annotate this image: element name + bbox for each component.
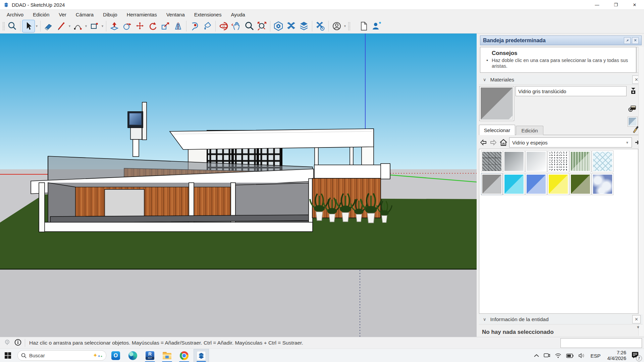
entity-info-header[interactable]: ∨ Información de la entidad ✕ xyxy=(479,314,643,324)
material-swatch-glass-yellow[interactable] xyxy=(547,173,569,195)
geolocation-icon[interactable] xyxy=(4,339,10,347)
tab-seleccionar[interactable]: Seleccionar xyxy=(479,125,515,135)
taskbar-app-chrome[interactable] xyxy=(176,349,192,362)
model-viewport[interactable] xyxy=(0,34,477,337)
arc-dropdown-arrow[interactable]: ▼ xyxy=(84,20,88,33)
material-swatch-mirror-sky[interactable] xyxy=(592,173,613,195)
collapse-chevron-icon[interactable]: ∨ xyxy=(483,317,486,322)
orbit-tool-button[interactable] xyxy=(217,20,230,33)
tray-header[interactable]: Bandeja predeterminada 📌︎ ✕ xyxy=(480,36,642,45)
material-swatch-ribbed-green[interactable] xyxy=(570,150,591,172)
materials-section-header[interactable]: ∨ Materiales ✕ xyxy=(479,75,643,85)
select-tool-button[interactable] xyxy=(22,20,35,33)
clock[interactable]: 7:26 4/4/2026 xyxy=(607,350,626,361)
menu-item-ayuda[interactable]: Ayuda xyxy=(226,11,250,18)
restore-button[interactable]: ❐ xyxy=(606,0,625,10)
new-file-tool-button[interactable] xyxy=(357,20,370,33)
language-indicator[interactable]: ESP xyxy=(591,353,601,359)
account-tool-button[interactable] xyxy=(330,20,343,33)
info-icon[interactable] xyxy=(14,339,21,347)
tray-close-icon[interactable]: ✕ xyxy=(632,37,639,44)
menu-item-ventana[interactable]: Ventana xyxy=(162,11,190,18)
warehouse-extension-tool-button[interactable] xyxy=(285,20,298,33)
taskbar-app-sketchup[interactable] xyxy=(194,349,209,362)
collection-dropdown[interactable]: Vidrio y espejos ▼ xyxy=(509,137,632,147)
toolbar-grip[interactable] xyxy=(2,22,5,31)
tab-edicion[interactable]: Edición xyxy=(516,126,543,135)
share-person-tool-button[interactable] xyxy=(370,20,383,33)
entity-info-close-icon[interactable]: ✕ xyxy=(632,315,641,323)
tape-measure-tool-button[interactable] xyxy=(188,20,201,33)
toolbar-grip[interactable] xyxy=(348,22,350,31)
menu-item-edicion[interactable]: Edición xyxy=(28,11,54,18)
arc-tool-button[interactable] xyxy=(71,20,84,33)
menu-item-extensiones[interactable]: Extensiones xyxy=(190,11,226,18)
warehouse-3d-tool-button[interactable] xyxy=(272,20,285,33)
zoom-tool-button[interactable] xyxy=(243,20,256,33)
menu-item-camara[interactable]: Cámara xyxy=(71,11,98,18)
taskbar-app-edge[interactable] xyxy=(125,349,141,362)
rectangle-tool-button[interactable] xyxy=(88,20,101,33)
measurements-input[interactable] xyxy=(560,338,642,348)
account-dropdown-arrow[interactable]: ▼ xyxy=(343,20,347,33)
tray-scrollbar[interactable] xyxy=(638,47,644,336)
material-name-input[interactable]: Vidrio gris translúcido xyxy=(516,86,627,96)
entity-info-empty-text: No hay nada seleccionado xyxy=(482,329,554,336)
move-tool-button[interactable] xyxy=(133,20,146,33)
search-input[interactable]: Buscar ✦✦✦ xyxy=(17,350,106,361)
menu-item-herramientas[interactable]: Herramientas xyxy=(122,11,162,18)
create-material-icon[interactable] xyxy=(628,103,637,112)
material-preview[interactable] xyxy=(479,86,514,121)
collapse-chevron-icon[interactable]: ∨ xyxy=(483,77,486,82)
start-button[interactable] xyxy=(0,349,15,362)
material-swatch-lattice-blue[interactable] xyxy=(592,150,613,172)
taskbar-app-outlook[interactable]: O xyxy=(108,349,123,362)
material-swatch-mirror-gray[interactable] xyxy=(503,150,525,172)
pin-icon[interactable]: 📌︎ xyxy=(624,37,631,44)
material-swatch-glass-gray-translucent[interactable] xyxy=(481,173,503,195)
taskbar-app-revit[interactable]: RRVT xyxy=(142,349,158,362)
chevron-down-icon[interactable]: ▼ xyxy=(636,325,640,329)
notification-center-icon[interactable]: 7 xyxy=(632,352,639,360)
menu-item-ver[interactable]: Ver xyxy=(54,11,71,18)
paint-bucket-tool-button[interactable] xyxy=(201,20,214,33)
menu-item-archivo[interactable]: Archivo xyxy=(2,11,28,18)
pencil-tool-button[interactable] xyxy=(55,20,68,33)
screen-cast-icon[interactable] xyxy=(544,353,550,358)
pan-tool-button[interactable] xyxy=(230,20,243,33)
sketchup-logo-icon xyxy=(3,2,9,8)
scale-tool-button[interactable] xyxy=(159,20,172,33)
styles-stack-tool-button[interactable] xyxy=(298,20,310,33)
material-swatch-glass-block-gray[interactable] xyxy=(481,150,503,172)
mirror-tool-button[interactable] xyxy=(172,20,184,33)
battery-icon[interactable] xyxy=(566,354,574,358)
material-swatch-glass-olive[interactable] xyxy=(570,173,591,195)
zoom-extents-tool-button[interactable] xyxy=(256,20,268,33)
pencil-dropdown-arrow[interactable]: ▼ xyxy=(68,20,71,33)
search-tool-button[interactable] xyxy=(6,20,18,33)
push-pull-tool-button[interactable] xyxy=(108,20,121,33)
material-swatch-mirror-light[interactable] xyxy=(525,150,547,172)
material-swatch-obscure-speckled[interactable] xyxy=(547,150,569,172)
follow-me-tool-button[interactable] xyxy=(121,20,133,33)
eraser-tool-button[interactable] xyxy=(42,20,55,33)
rotate-tool-button[interactable] xyxy=(146,20,159,33)
forward-arrow-icon[interactable] xyxy=(489,138,498,147)
extension-manager-tool-button[interactable] xyxy=(314,20,327,33)
back-arrow-icon[interactable] xyxy=(479,138,488,147)
home-icon[interactable] xyxy=(499,138,508,147)
material-swatch-glass-cyan[interactable] xyxy=(503,173,525,195)
display-secondary-pane-icon[interactable] xyxy=(629,87,638,95)
minimize-button[interactable]: — xyxy=(588,0,606,10)
speaker-icon[interactable] xyxy=(578,353,585,358)
menu-item-dibujo[interactable]: Dibujo xyxy=(98,11,122,18)
wifi-icon[interactable] xyxy=(555,353,561,358)
rectangle-dropdown-arrow[interactable]: ▼ xyxy=(101,20,104,33)
tray-chevron-icon[interactable] xyxy=(534,354,539,357)
close-button[interactable]: ✕ xyxy=(625,0,644,10)
toolbar-separator xyxy=(186,21,186,32)
taskbar-app-file-explorer[interactable] xyxy=(159,349,175,362)
material-swatch-glass-blue[interactable] xyxy=(525,173,547,195)
base-band xyxy=(39,222,313,232)
select-dropdown-arrow[interactable]: ▼ xyxy=(35,20,39,33)
